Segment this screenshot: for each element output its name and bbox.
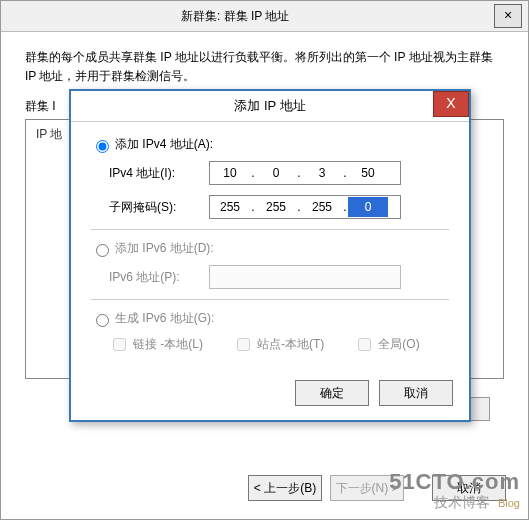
ipv6-scope-row: 链接 -本地(L) 站点-本地(T) 全局(O) <box>109 335 449 354</box>
ipv6-address-input <box>209 265 401 289</box>
radio-generate-ipv6[interactable]: 生成 IPv6 地址(G): <box>91 310 449 327</box>
subnet-octet-2[interactable] <box>256 197 296 217</box>
chk-site-local-label: 站点-本地(T) <box>257 336 324 353</box>
ipv6-address-label: IPv6 地址(P): <box>109 269 209 286</box>
subnet-mask-input[interactable]: . . . <box>209 195 401 219</box>
chk-global-input <box>358 338 371 351</box>
wizard-title: 新群集: 群集 IP 地址 <box>181 8 289 25</box>
radio-add-ipv4[interactable]: 添加 IPv4 地址(A): <box>91 136 449 153</box>
radio-add-ipv4-input[interactable] <box>96 140 109 153</box>
ipv4-address-row: IPv4 地址(I): . . . <box>109 161 449 185</box>
next-button: 下一步(N) > <box>330 475 404 501</box>
dialog-body: 添加 IPv4 地址(A): IPv4 地址(I): . . . 子网掩码(S)… <box>71 122 469 368</box>
wizard-description: 群集的每个成员共享群集 IP 地址以进行负载平衡。将所列出的第一个 IP 地址视… <box>25 48 504 86</box>
ipv4-address-input[interactable]: . . . <box>209 161 401 185</box>
dialog-title: 添加 IP 地址 <box>234 97 305 115</box>
back-button[interactable]: < 上一步(B) <box>248 475 322 501</box>
chk-site-local: 站点-本地(T) <box>233 335 324 354</box>
radio-add-ipv6-input[interactable] <box>96 244 109 257</box>
subnet-octet-4[interactable] <box>348 197 388 217</box>
wizard-footer: < 上一步(B) 下一步(N) > 取消 <box>1 475 528 501</box>
separator-1 <box>91 229 449 230</box>
chk-global-label: 全局(O) <box>378 336 419 353</box>
ipv4-octet-4[interactable] <box>348 163 388 183</box>
wizard-window: 新群集: 群集 IP 地址 × 群集的每个成员共享群集 IP 地址以进行负载平衡… <box>0 0 529 520</box>
chk-site-local-input <box>237 338 250 351</box>
ipv4-octet-2[interactable] <box>256 163 296 183</box>
subnet-octet-1[interactable] <box>210 197 250 217</box>
subnet-octet-3[interactable] <box>302 197 342 217</box>
ipv4-octet-3[interactable] <box>302 163 342 183</box>
subnet-mask-label: 子网掩码(S): <box>109 199 209 216</box>
radio-generate-ipv6-label: 生成 IPv6 地址(G): <box>115 310 214 327</box>
wizard-close-button[interactable]: × <box>494 4 522 28</box>
dialog-button-row: 确定 取消 <box>71 368 469 420</box>
subnet-mask-row: 子网掩码(S): . . . <box>109 195 449 219</box>
chk-link-local-label: 链接 -本地(L) <box>133 336 203 353</box>
separator-2 <box>91 299 449 300</box>
listbox-column-header: IP 地 <box>36 127 62 141</box>
radio-add-ipv6-label: 添加 IPv6 地址(D): <box>115 240 214 257</box>
dialog-close-button[interactable]: X <box>433 91 469 117</box>
ipv4-octet-1[interactable] <box>210 163 250 183</box>
chk-link-local-input <box>113 338 126 351</box>
radio-generate-ipv6-input[interactable] <box>96 314 109 327</box>
radio-add-ipv4-label: 添加 IPv4 地址(A): <box>115 136 213 153</box>
add-ip-dialog: 添加 IP 地址 X 添加 IPv4 地址(A): IPv4 地址(I): . … <box>69 89 471 422</box>
chk-global: 全局(O) <box>354 335 419 354</box>
cancel-button[interactable]: 取消 <box>379 380 453 406</box>
ok-button[interactable]: 确定 <box>295 380 369 406</box>
wizard-titlebar: 新群集: 群集 IP 地址 × <box>1 1 528 32</box>
dialog-titlebar: 添加 IP 地址 X <box>71 91 469 122</box>
radio-add-ipv6[interactable]: 添加 IPv6 地址(D): <box>91 240 449 257</box>
ipv6-address-row: IPv6 地址(P): <box>109 265 449 289</box>
chk-link-local: 链接 -本地(L) <box>109 335 203 354</box>
ipv4-address-label: IPv4 地址(I): <box>109 165 209 182</box>
wizard-cancel-button[interactable]: 取消 <box>432 475 506 501</box>
